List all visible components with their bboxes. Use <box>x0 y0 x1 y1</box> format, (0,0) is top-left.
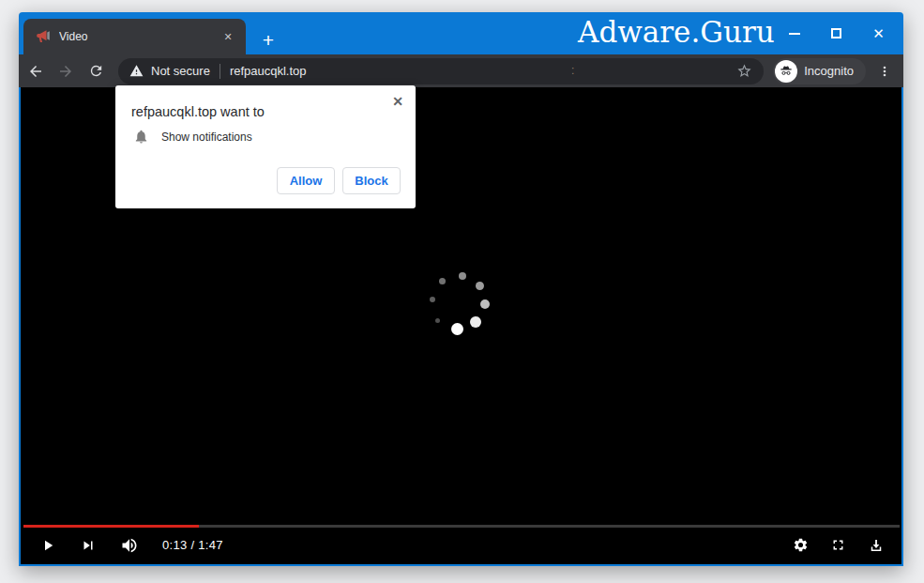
close-window-button[interactable]: ✕ <box>857 12 900 54</box>
new-tab-button[interactable]: + <box>255 28 281 54</box>
url-text[interactable]: refpaucqkl.top <box>230 64 307 78</box>
reload-button[interactable] <box>83 58 109 84</box>
notification-permission-dialog: ✕ refpaucqkl.top want to Show notificati… <box>115 85 416 208</box>
spinner-dot <box>451 323 463 335</box>
settings-button[interactable] <box>793 537 809 553</box>
spinner-dot <box>439 278 446 284</box>
titlebar: Video ✕ + Adware.Guru ✕ <box>19 12 903 54</box>
incognito-badge: Incognito <box>773 58 866 84</box>
stray-cursor-text: : <box>571 64 574 77</box>
security-chip-label[interactable]: Not secure <box>151 64 210 78</box>
spinner-dot <box>480 299 490 309</box>
spinner-dot <box>430 297 435 302</box>
browser-window: Video ✕ + Adware.Guru ✕ <box>19 12 903 566</box>
fullscreen-icon <box>830 537 846 553</box>
play-button[interactable] <box>39 537 56 554</box>
forward-arrow-icon <box>57 63 74 80</box>
tab-title: Video <box>59 30 220 43</box>
back-button[interactable] <box>23 58 49 84</box>
three-dot-menu-icon <box>877 64 892 79</box>
not-secure-warning-icon <box>129 64 144 78</box>
maximize-button[interactable] <box>815 12 857 54</box>
download-icon <box>868 537 885 554</box>
fullscreen-button[interactable] <box>830 537 846 553</box>
omnibox-separator <box>220 64 220 79</box>
browser-toolbar: Not secure refpaucqkl.top : Incognito <box>19 54 903 87</box>
spinner-dot <box>470 316 481 328</box>
gear-icon <box>793 537 809 553</box>
maximize-icon <box>831 28 841 38</box>
reload-icon <box>88 63 104 79</box>
bell-icon <box>133 129 149 145</box>
spinner-dot <box>435 318 440 323</box>
block-button[interactable]: Block <box>342 167 401 194</box>
incognito-icon <box>775 60 797 83</box>
dialog-title: refpaucqkl.top want to <box>131 104 265 119</box>
volume-icon <box>120 536 139 555</box>
time-display: 0:13 / 1:47 <box>162 538 223 552</box>
play-icon <box>39 537 56 554</box>
permission-label: Show notifications <box>161 130 252 144</box>
window-controls: ✕ <box>773 12 900 54</box>
browser-menu-button[interactable] <box>873 58 896 84</box>
skip-next-icon <box>80 537 97 554</box>
incognito-label: Incognito <box>804 64 854 78</box>
tab-close-icon[interactable]: ✕ <box>220 28 236 45</box>
download-button[interactable] <box>868 537 885 554</box>
address-bar[interactable]: Not secure refpaucqkl.top : <box>118 58 764 84</box>
bookmark-star-icon[interactable] <box>736 63 752 79</box>
minimize-icon <box>789 33 800 35</box>
spinner-dot <box>459 272 466 280</box>
back-arrow-icon <box>27 63 44 80</box>
video-player-controls: 0:13 / 1:47 <box>21 525 901 564</box>
megaphone-favicon-icon <box>36 29 51 44</box>
volume-button[interactable] <box>120 536 139 555</box>
dialog-close-icon[interactable]: ✕ <box>389 93 406 110</box>
tab-video[interactable]: Video ✕ <box>23 19 246 54</box>
spinner-dot <box>476 282 484 290</box>
page-title: Adware.Guru <box>578 15 775 49</box>
minimize-button[interactable] <box>773 12 815 54</box>
close-icon: ✕ <box>872 26 885 40</box>
forward-button[interactable] <box>53 58 79 84</box>
allow-button[interactable]: Allow <box>277 167 335 194</box>
next-button[interactable] <box>80 537 97 554</box>
